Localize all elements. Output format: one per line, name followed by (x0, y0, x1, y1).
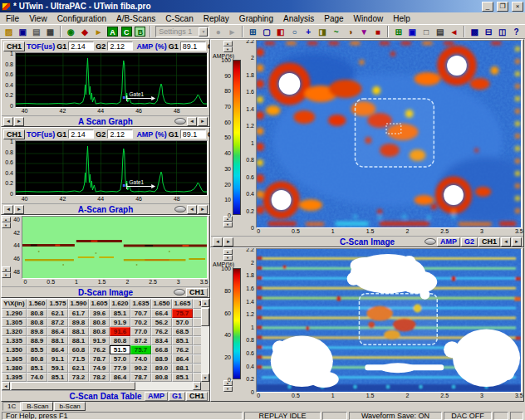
gate1-button[interactable]: G1 (169, 392, 185, 401)
arrow-down-icon[interactable]: ▼ (2, 222, 11, 228)
table-cell[interactable]: 77.0 (130, 327, 151, 336)
panel-handle-icon[interactable] (424, 238, 436, 245)
menu-view[interactable]: View (24, 13, 52, 24)
menu-ab-scans[interactable]: A/B-Scans (111, 13, 160, 24)
tab-b-scan[interactable]: B-Scan (22, 402, 53, 411)
table-cell[interactable]: 62.1 (47, 309, 68, 318)
row-label[interactable]: 1.290 (2, 309, 27, 318)
zoom-icon[interactable]: ○ (287, 26, 302, 38)
table-cell[interactable]: 8 (193, 364, 201, 373)
table-cell[interactable]: 80.8 (27, 309, 47, 318)
table-header-cell[interactable]: 1.590 (68, 299, 89, 309)
table-cell[interactable]: 66.8 (151, 345, 172, 354)
table-cell[interactable]: 80.8 (89, 318, 110, 327)
table-cell[interactable]: 68.5 (172, 327, 193, 336)
amp-mode-button[interactable]: AMP (145, 392, 168, 401)
scroll-left-icon[interactable]: ◄ (213, 237, 223, 247)
scrollbar-thumb[interactable] (11, 382, 135, 390)
open-icon[interactable]: ▨ (2, 26, 16, 38)
row-label[interactable]: 1.365 (2, 354, 27, 364)
table-cell[interactable]: 4 (193, 345, 201, 354)
tof-g2-field[interactable]: 2.12 (107, 129, 133, 139)
table-cell[interactable]: 39.6 (89, 309, 110, 318)
row-label[interactable]: 1.395 (2, 373, 27, 382)
ascan-view-icon[interactable]: A (105, 26, 120, 38)
tools-icon[interactable]: ◨ (316, 26, 330, 38)
panel-handle-icon[interactable] (174, 206, 186, 212)
table-cell[interactable]: 76.2 (151, 327, 172, 336)
menu-graphing[interactable]: Graphing (234, 13, 278, 24)
arrow-left-icon[interactable]: ◄ (2, 382, 10, 390)
table-header-cell[interactable]: Y\X(in) (2, 299, 27, 309)
help-icon[interactable]: ? (509, 26, 523, 38)
table-cell[interactable]: 85.1 (47, 373, 68, 382)
table-cell[interactable]: 88.1 (68, 327, 89, 336)
ascan2-plot[interactable]: Gate1 (15, 140, 208, 196)
table-cell[interactable]: 91.6 (110, 327, 130, 336)
curve-icon[interactable]: ~ (329, 26, 343, 38)
scroll-right-icon[interactable]: ► (223, 237, 233, 247)
page-icon[interactable]: □ (420, 26, 434, 38)
table-cell[interactable]: 80.8 (27, 354, 47, 364)
table-cell[interactable]: 85.1 (172, 336, 193, 345)
flag-icon[interactable]: ◄ (447, 26, 461, 38)
arrow-down-icon[interactable]: ▼ (201, 374, 209, 382)
table-cell[interactable]: 85.1 (172, 373, 193, 382)
table-cell[interactable]: 85.1 (27, 364, 47, 373)
table-cell[interactable]: 85.5 (27, 345, 47, 354)
table-header-cell[interactable]: 1.650 (151, 299, 172, 309)
table-header-cell[interactable]: 1.575 (47, 299, 68, 309)
table-cell[interactable]: 75.7 (130, 345, 151, 354)
table-cell[interactable]: 88.1 (172, 364, 193, 373)
panel-handle-icon[interactable] (174, 289, 185, 295)
scroll-right-icon[interactable]: ► (198, 117, 208, 126)
table-cell[interactable]: 74.9 (89, 364, 110, 373)
arrow-up-icon[interactable]: ▲ (2, 217, 11, 222)
menu-replay[interactable]: Replay (199, 13, 234, 24)
table-cell[interactable]: 66.4 (151, 309, 172, 318)
table-cell[interactable]: 8 (193, 336, 201, 345)
panel-handle-icon[interactable] (174, 118, 186, 125)
row-label[interactable]: 1.335 (2, 336, 27, 345)
table-cell[interactable]: 71.5 (68, 354, 89, 364)
table-cell[interactable]: 76.2 (172, 345, 193, 354)
bscan-view-icon[interactable]: B (134, 26, 148, 38)
scroll-left-icon[interactable]: ◄ (501, 237, 511, 247)
channel-button[interactable]: CH1 (478, 237, 500, 247)
tile-vertical-icon[interactable]: ◫ (495, 26, 509, 38)
table-cell[interactable]: 70.2 (130, 318, 151, 327)
table-cell[interactable]: 57.0 (172, 318, 193, 327)
tab-b-scan-2[interactable]: b-Scan (54, 402, 85, 411)
scroll-right-icon[interactable]: ► (198, 205, 208, 214)
table-cell[interactable]: 73.2 (68, 373, 89, 382)
target-icon[interactable]: ◉ (64, 26, 78, 38)
table-cell[interactable]: 80.8 (27, 318, 47, 327)
table-cell[interactable]: 57.0 (110, 354, 130, 364)
menu-c-scan[interactable]: C-Scan (160, 13, 198, 24)
table-cell[interactable]: 3 (193, 309, 201, 318)
paint-icon[interactable]: ▼ (357, 26, 371, 38)
table-horizontal-scrollbar[interactable]: ◄ ► (2, 382, 201, 390)
arrow-right-icon[interactable]: ► (193, 382, 201, 390)
channel-button[interactable]: CH1 (3, 42, 25, 51)
table-cell[interactable]: 80.8 (151, 373, 172, 382)
export-icon[interactable]: ▤ (29, 26, 43, 38)
table-cell[interactable]: 60.8 (68, 345, 89, 354)
table-cell[interactable]: 86.4 (47, 345, 68, 354)
ascan1-plot[interactable]: Gate1 (15, 52, 208, 108)
row-label[interactable]: 1.350 (2, 345, 27, 354)
arrow-up-icon[interactable]: ▲ (223, 249, 233, 255)
scroll-left-icon[interactable]: ◄ (3, 205, 13, 214)
gate2-button[interactable]: G2 (461, 237, 478, 247)
dscan-plot[interactable] (22, 216, 208, 279)
arrow-up-icon[interactable]: ▲ (223, 41, 233, 46)
scroll-right-icon[interactable]: ► (512, 237, 522, 247)
table-cell[interactable]: 76.2 (89, 345, 110, 354)
table-cell[interactable]: 86.4 (110, 373, 130, 382)
scroll-left-icon[interactable]: ◄ (187, 117, 197, 126)
menu-page[interactable]: Page (319, 13, 348, 24)
monitor-icon[interactable]: ▢ (260, 26, 274, 38)
channel-button[interactable]: CH1 (186, 288, 208, 297)
scroll-right-icon[interactable]: ► (14, 205, 24, 214)
table-cell[interactable]: 89.8 (68, 318, 89, 327)
